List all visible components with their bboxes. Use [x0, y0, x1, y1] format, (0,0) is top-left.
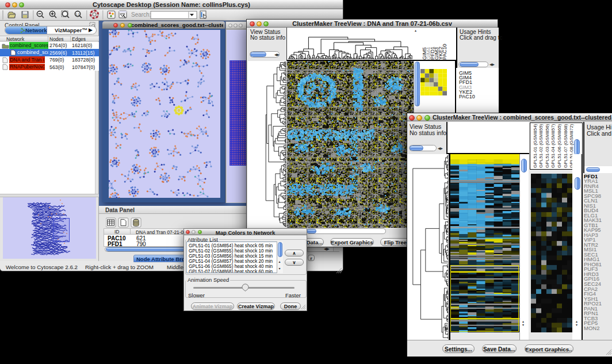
svg-text:GPL51-01 (GSM854): GPL51-01 (GSM854)	[533, 124, 538, 168]
svg-text:GPL51-07 (GSM868): GPL51-07 (GSM868)	[563, 124, 568, 168]
svg-text:GPL51-06 (GSM865): GPL51-06 (GSM865)	[557, 124, 562, 168]
svg-text:1:1: 1:1	[75, 13, 80, 16]
svg-text:GPL51-02 (GSM855): GPL51-02 (GSM855)	[538, 124, 544, 168]
svg-text:GPL51-03 (GSM856): GPL51-03 (GSM856)	[545, 124, 550, 168]
svg-text:Search:: Search:	[131, 12, 151, 18]
svg-text:GPL51-04 (GSM857): GPL51-04 (GSM857)	[550, 124, 556, 168]
